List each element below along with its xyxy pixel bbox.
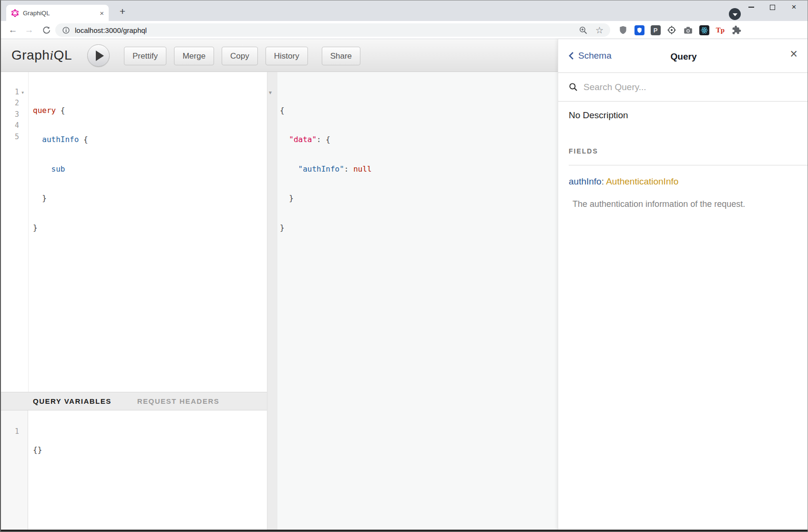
doc-title: Query: [558, 51, 808, 62]
code-line: "authInfo": null: [280, 164, 372, 174]
code-line: }: [33, 222, 88, 233]
share-button[interactable]: Share: [322, 47, 360, 65]
fields-divider: [569, 165, 808, 165]
query-line-numbers: 1 2 3 4 5: [1, 87, 19, 143]
tab-request-headers[interactable]: REQUEST HEADERS: [137, 397, 220, 405]
doc-search-bar: [558, 73, 808, 102]
minimize-button[interactable]: [740, 0, 762, 14]
doc-close-button[interactable]: ×: [790, 48, 798, 61]
play-icon: [96, 51, 104, 61]
extensions-row: P: [615, 21, 745, 39]
variables-tab-bar: QUERY VARIABLES REQUEST HEADERS: [1, 392, 267, 410]
back-button[interactable]: ←: [6, 21, 20, 39]
search-icon: [569, 82, 578, 92]
merge-button[interactable]: Merge: [174, 47, 214, 65]
tab-query-variables[interactable]: QUERY VARIABLES: [33, 397, 112, 405]
zoom-indicator-icon[interactable]: [579, 26, 588, 35]
tp-extension-icon[interactable]: Tp: [712, 21, 728, 39]
query-editor[interactable]: 1 2 3 4 5 ▾ query { authInfo { sub } }: [1, 72, 267, 392]
graphiql-topbar: GraphiQL Prettify Merge Copy History Sha…: [1, 39, 558, 72]
code-line: "data": {: [280, 134, 372, 145]
forward-button: →: [22, 21, 36, 39]
site-info-icon[interactable]: [62, 26, 70, 34]
fields-heading: FIELDS: [569, 147, 598, 155]
ublock-extension-icon[interactable]: [615, 21, 631, 39]
window-controls: ×: [740, 0, 805, 15]
gutter-divider: [28, 72, 29, 392]
type-name-link[interactable]: AuthenticationInfo: [606, 176, 678, 186]
tab-close-icon[interactable]: ×: [100, 10, 104, 17]
result-code: { "data": { "authInfo": null } }: [280, 87, 372, 251]
minimize-icon: [748, 7, 754, 8]
doc-explorer-header: Schema Query ×: [558, 39, 808, 73]
code-line: {}: [33, 444, 61, 455]
target-extension-icon[interactable]: [664, 21, 680, 39]
variables-editor[interactable]: 1 {}: [1, 410, 267, 530]
new-tab-button[interactable]: +: [117, 6, 128, 17]
code-line: {: [280, 105, 372, 116]
code-line: }: [33, 193, 88, 204]
copy-button[interactable]: Copy: [222, 47, 258, 65]
p-extension-icon[interactable]: P: [647, 21, 664, 39]
reload-icon: [42, 26, 51, 35]
field-description: The authentication information of the re…: [573, 199, 795, 209]
type-description: No Description: [569, 110, 628, 121]
browser-tab[interactable]: GraphiQL ×: [6, 5, 109, 21]
maximize-icon: [770, 5, 775, 10]
tab-search-button[interactable]: [729, 8, 741, 20]
code-line: authInfo {: [33, 134, 88, 145]
result-viewer[interactable]: { "data": { "authInfo": null } }: [277, 72, 558, 530]
address-bar[interactable]: localhost:3000/graphql ☆: [55, 23, 610, 37]
code-line: }: [280, 193, 372, 204]
browser-window: GraphiQL × + × ← →: [0, 0, 808, 532]
code-line: }: [280, 222, 372, 233]
browser-toolbar: ← → localhost:3000/graphql: [1, 21, 808, 39]
chevron-down-icon: [733, 13, 737, 16]
graphql-favicon-icon: [11, 9, 19, 17]
doc-explorer: Schema Query × No Description FIELDS aut…: [558, 39, 808, 530]
window-bottom-edge: [1, 530, 808, 532]
url-text[interactable]: localhost:3000/graphql: [75, 26, 579, 34]
react-devtools-extension-icon[interactable]: [696, 21, 712, 39]
code-line: sub: [33, 164, 88, 174]
tab-strip: GraphiQL × + ×: [1, 0, 808, 21]
query-code[interactable]: query { authInfo { sub } }: [33, 87, 88, 251]
fold-arrow-icon[interactable]: ▾: [21, 89, 24, 96]
graphiql-logo: GraphiQL: [11, 48, 72, 63]
prettify-button[interactable]: Prettify: [124, 47, 166, 65]
bookmark-star-icon[interactable]: ☆: [595, 26, 603, 35]
pane-divider[interactable]: [267, 72, 277, 530]
code-line: query {: [33, 105, 88, 116]
search-input[interactable]: [583, 82, 784, 92]
reload-button[interactable]: [39, 21, 53, 39]
close-icon: ×: [792, 2, 797, 12]
execute-button[interactable]: [87, 44, 110, 67]
extensions-puzzle-icon[interactable]: [728, 21, 745, 39]
variables-line-numbers: 1: [1, 426, 19, 437]
result-fold-arrow-icon[interactable]: ▾: [269, 89, 272, 96]
history-button[interactable]: History: [266, 47, 308, 65]
tab-title: GraphiQL: [23, 10, 100, 17]
bitwarden-extension-icon[interactable]: [631, 21, 647, 39]
field-name-link[interactable]: authInfo: [569, 176, 602, 186]
toolbar-buttons: Prettify Merge Copy History Share: [124, 47, 368, 65]
maximize-button[interactable]: [762, 0, 783, 14]
field-row: authInfo: AuthenticationInfo: [569, 176, 678, 187]
variables-code[interactable]: {}: [33, 426, 61, 473]
close-window-button[interactable]: ×: [783, 0, 805, 14]
camera-extension-icon[interactable]: [680, 21, 696, 39]
